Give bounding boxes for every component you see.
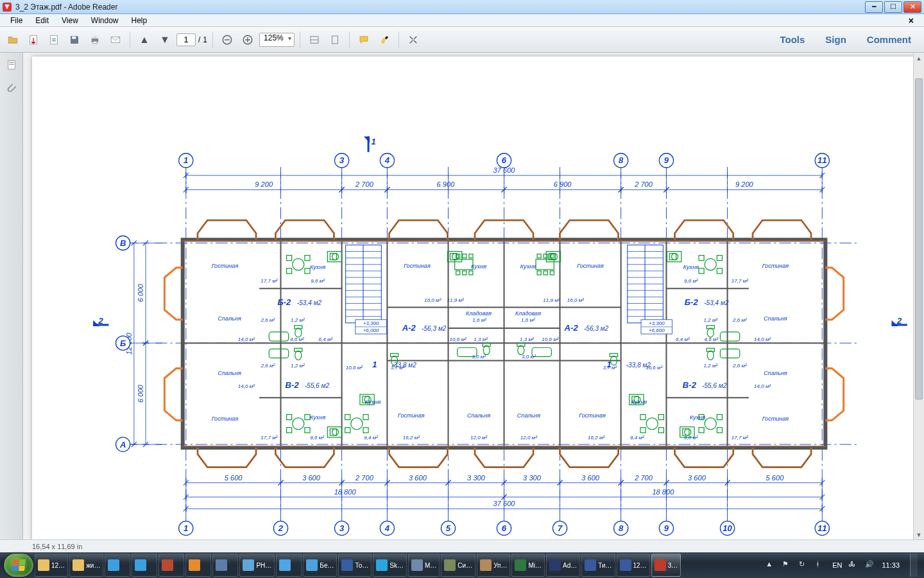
svg-text:Кухня: Кухня [520,263,536,270]
window-minimize-button[interactable]: ━ [865,1,883,13]
menu-view[interactable]: View [55,15,85,26]
attachments-icon[interactable] [4,81,19,95]
svg-rect-13 [9,64,14,66]
svg-text:8: 8 [619,523,624,533]
thumbnails-icon[interactable] [4,58,19,72]
tools-panel-link[interactable]: Tools [771,34,814,45]
menu-close-icon[interactable]: × [902,14,920,27]
read-mode-button[interactable] [404,31,422,49]
svg-text:2 700: 2 700 [634,180,653,188]
tray-action-center-icon[interactable]: ⚑ [782,560,792,570]
open-button[interactable] [4,31,22,49]
svg-text:14,0 м²: 14,0 м² [238,337,255,342]
svg-point-84 [351,418,363,430]
page-current-input[interactable] [176,33,196,46]
print-button[interactable] [86,31,104,49]
taskbar-item[interactable]: Sk… [373,554,407,577]
svg-text:9: 9 [664,523,669,533]
zoom-out-button[interactable] [218,31,236,49]
status-bar: 16,54 x 11,69 in [0,539,924,552]
svg-text:Спальня: Спальня [517,412,540,419]
tray-up-icon[interactable]: ▲ [766,560,776,570]
svg-text:10,6 м²: 10,6 м² [346,365,363,371]
taskbar-item[interactable] [276,554,302,577]
svg-rect-142 [269,332,288,341]
svg-rect-96 [717,414,722,419]
show-desktop-button[interactable] [910,554,918,577]
page-dimensions: 16,54 x 11,69 in [32,543,82,550]
taskbar-item[interactable]: М… [408,554,440,577]
svg-text:6: 6 [502,523,507,533]
menu-window[interactable]: Window [85,15,125,26]
svg-text:4: 4 [384,155,390,165]
comment-panel-link[interactable]: Comment [858,34,920,45]
page-sep: / [198,35,200,44]
taskbar-item[interactable]: жи… [69,554,103,577]
taskbar-item[interactable] [158,554,184,577]
tray-network-icon[interactable]: 🖧 [848,560,859,570]
svg-rect-86 [363,414,368,419]
svg-text:9,6 м²: 9,6 м² [311,278,325,284]
tray-language[interactable]: EN [832,561,842,569]
menu-help[interactable]: Help [125,15,154,26]
taskbar-item[interactable]: 3… [651,554,681,577]
taskbar-item[interactable]: Ти… [581,554,615,577]
zoom-in-button[interactable] [239,31,257,49]
taskbar-item[interactable]: Ad… [546,554,580,577]
svg-point-148 [295,328,302,337]
tray-sync-icon[interactable]: ↻ [799,560,809,570]
toolbar: ▲ ▼ / 1 125% Tools Sign Comment [0,27,924,53]
window-close-button[interactable]: ✕ [903,1,921,13]
svg-point-154 [707,351,714,360]
menu-file[interactable]: File [4,15,29,26]
zoom-select[interactable]: 125% [259,33,295,47]
svg-text:Гостиная: Гостиная [212,263,239,269]
taskbar-item[interactable] [105,554,130,577]
email-button[interactable] [107,31,124,49]
tray-bluetooth-icon[interactable]: ᚼ [816,560,826,570]
window-maximize-button[interactable]: ☐ [884,1,902,13]
taskbar-item[interactable] [185,554,211,577]
taskbar-item[interactable] [212,554,238,577]
start-button[interactable] [4,554,33,577]
taskbar-item[interactable]: Mi… [511,554,545,577]
add-note-button[interactable] [355,31,373,49]
taskbar-item[interactable]: Си… [441,554,475,577]
nav-pane [0,53,23,551]
taskbar-item[interactable]: 12… [617,554,650,577]
taskbar-item[interactable]: PH… [239,554,275,577]
pdf-page[interactable]: +3,300+6,000+3,300+6,60037 6009 2002 700… [32,57,915,542]
fit-page-button[interactable] [326,31,344,49]
page-down-button[interactable]: ▼ [156,31,174,49]
taskbar-item[interactable]: 12… [35,554,68,577]
svg-text:Гостиная: Гостиная [404,263,431,269]
taskbar-item[interactable]: Бе… [303,554,337,577]
taskbar-item[interactable] [132,554,157,577]
svg-text:9 200: 9 200 [735,180,754,188]
menu-bar: File Edit View Window Help × [0,14,924,27]
svg-text:6 000: 6 000 [137,384,144,403]
fit-width-button[interactable] [305,31,323,49]
taskbar-item[interactable]: То… [338,554,372,577]
svg-rect-4 [93,36,97,39]
vertical-scrollbar[interactable]: ▲▼ [913,53,924,540]
svg-text:Спальня: Спальня [218,370,241,376]
svg-text:В-2: В-2 [683,380,697,390]
menu-edit[interactable]: Edit [29,15,55,26]
svg-text:14,0 м²: 14,0 м² [754,337,771,342]
svg-rect-112 [537,254,541,258]
svg-rect-107 [463,254,466,258]
taskbar-item[interactable]: Уп… [477,554,510,577]
export-pdf-button[interactable] [24,31,42,49]
svg-text:Кухня: Кухня [310,414,325,421]
save-button[interactable] [65,31,83,49]
page-up-button[interactable]: ▲ [135,31,153,49]
svg-text:1: 1 [372,137,376,146]
highlight-button[interactable] [375,31,393,49]
svg-rect-81 [305,414,310,419]
tray-clock[interactable]: 11:33 [882,561,900,569]
create-pdf-button[interactable] [45,31,63,49]
sign-panel-link[interactable]: Sign [816,34,855,45]
svg-text:9: 9 [664,155,669,165]
tray-volume-icon[interactable]: 🔊 [865,560,875,570]
